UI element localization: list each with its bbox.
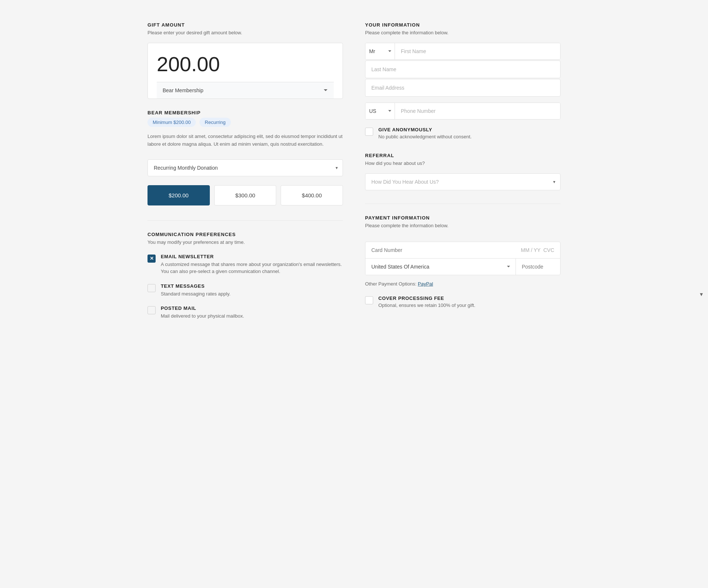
payment-header: PAYMENT INFORMATION Please complete the … xyxy=(365,215,560,236)
payment-header-left: PAYMENT INFORMATION Please complete the … xyxy=(365,215,448,236)
email-newsletter-desc: A customized message that shares more ab… xyxy=(161,261,343,275)
membership-description: Lorem ipsum dolor sit amet, consectetur … xyxy=(148,133,343,148)
anonymous-desc: No public acknowledgment without consent… xyxy=(378,134,472,139)
payment-section: PAYMENT INFORMATION Please complete the … xyxy=(365,215,560,308)
anonymous-title: GIVE ANONYMOUSLY xyxy=(378,127,472,132)
posted-mail-item: POSTED MAIL Mail delivered to your physi… xyxy=(148,305,343,320)
referral-select-wrap: How Did You Hear About Us? Social Media … xyxy=(365,173,560,190)
referral-section: REFERRAL How did you hear about us? How … xyxy=(365,153,560,190)
salutation-select[interactable]: Mr Mrs Ms Dr xyxy=(365,43,395,59)
email-newsletter-item: EMAIL NEWSLETTER A customized message th… xyxy=(148,254,343,275)
posted-mail-checkbox[interactable] xyxy=(148,306,156,314)
cover-fee-checkbox[interactable] xyxy=(365,296,373,304)
comm-prefs-title: COMMUNICATION PREFERENCES xyxy=(148,232,343,237)
amount-buttons: $200.00 $300.00 $400.00 xyxy=(148,185,343,205)
email-row xyxy=(365,79,560,97)
anonymous-content: GIVE ANONYMOUSLY No public acknowledgmen… xyxy=(378,127,472,139)
membership-section: BEAR MEMBERSHIP Minimum $200.00 Recurrin… xyxy=(148,110,343,148)
membership-badges: Minimum $200.00 Recurring xyxy=(148,118,343,127)
text-messages-desc: Standard messaging rates apply. xyxy=(161,290,230,298)
gift-amount-section: GIFT AMOUNT Please enter your desired gi… xyxy=(148,22,343,99)
postcode-input[interactable] xyxy=(516,259,560,275)
country-code-select[interactable]: US UK CA AU xyxy=(365,103,395,119)
recurring-badge: Recurring xyxy=(199,118,230,127)
cover-fee-desc: Optional, ensures we retain 100% of your… xyxy=(378,302,475,308)
referral-subtitle: How did you hear about us? xyxy=(365,160,560,166)
minimum-badge: Minimum $200.00 xyxy=(148,118,196,127)
email-newsletter-content: EMAIL NEWSLETTER A customized message th… xyxy=(161,254,343,275)
posted-mail-label: POSTED MAIL xyxy=(161,305,244,311)
posted-mail-content: POSTED MAIL Mail delivered to your physi… xyxy=(161,305,244,320)
email-newsletter-checkbox[interactable] xyxy=(148,255,156,263)
card-expiry-cvc: MM / YY CVC xyxy=(521,247,554,253)
amount-box: 200.00 Bear Membership Silver Membership… xyxy=(148,43,343,99)
comm-prefs-subtitle: You may modify your preferences at any t… xyxy=(148,239,343,245)
amount-button-400[interactable]: $400.00 xyxy=(281,185,343,205)
membership-title: BEAR MEMBERSHIP xyxy=(148,110,343,115)
other-payment: Other Payment Options: PayPal xyxy=(365,281,560,287)
cover-fee-row: COVER PROCESSING FEE Optional, ensures w… xyxy=(365,295,560,308)
payment-card: MM / YY CVC United States Of America Can… xyxy=(365,242,560,275)
text-messages-item: TEXT MESSAGES Standard messaging rates a… xyxy=(148,283,343,298)
payment-chevron-icon: ▾ xyxy=(700,291,703,298)
amount-display: 200.00 xyxy=(157,52,334,76)
payment-subtitle: Please complete the information below. xyxy=(365,223,448,228)
amount-button-300[interactable]: $300.00 xyxy=(214,185,277,205)
first-name-input[interactable] xyxy=(395,43,560,59)
card-bottom-row: United States Of America Canada United K… xyxy=(365,259,560,275)
anonymous-row: GIVE ANONYMOUSLY No public acknowledgmen… xyxy=(365,127,560,139)
email-newsletter-label: EMAIL NEWSLETTER xyxy=(161,254,343,259)
text-messages-label: TEXT MESSAGES xyxy=(161,283,230,289)
last-name-input[interactable] xyxy=(371,66,554,72)
gift-amount-subtitle: Please enter your desired gift amount be… xyxy=(148,30,343,35)
comm-prefs-section: COMMUNICATION PREFERENCES You may modify… xyxy=(148,232,343,320)
gift-amount-title: GIFT AMOUNT xyxy=(148,22,343,28)
text-messages-checkbox[interactable] xyxy=(148,284,156,292)
your-info-title: YOUR INFORMATION xyxy=(365,22,560,28)
your-info-subtitle: Please complete the information below. xyxy=(365,30,560,35)
phone-input[interactable] xyxy=(395,103,560,119)
referral-select[interactable]: How Did You Hear About Us? Social Media … xyxy=(365,173,560,190)
card-number-input[interactable] xyxy=(371,247,521,253)
cover-fee-content: COVER PROCESSING FEE Optional, ensures w… xyxy=(378,295,475,308)
billing-country-select[interactable]: United States Of America Canada United K… xyxy=(365,259,516,275)
card-top-row: MM / YY CVC xyxy=(365,242,560,259)
payment-title: PAYMENT INFORMATION xyxy=(365,215,448,221)
recurring-dropdown-wrap: Recurring Monthly Donation One-Time Dona… xyxy=(148,159,343,176)
amount-button-200[interactable]: $200.00 xyxy=(148,185,210,205)
phone-row: US UK CA AU xyxy=(365,103,560,120)
email-input[interactable] xyxy=(371,85,554,91)
name-row: Mr Mrs Ms Dr xyxy=(365,43,560,60)
referral-title: REFERRAL xyxy=(365,153,560,158)
text-messages-content: TEXT MESSAGES Standard messaging rates a… xyxy=(161,283,230,298)
anonymous-checkbox[interactable] xyxy=(365,128,373,136)
last-name-row xyxy=(365,60,560,78)
posted-mail-desc: Mail delivered to your physical mailbox. xyxy=(161,312,244,320)
membership-select[interactable]: Bear Membership Silver Membership Gold M… xyxy=(157,82,334,98)
cover-fee-title: COVER PROCESSING FEE xyxy=(378,295,475,301)
recurring-select[interactable]: Recurring Monthly Donation One-Time Dona… xyxy=(148,159,343,176)
your-info-section: YOUR INFORMATION Please complete the inf… xyxy=(365,22,560,139)
paypal-link[interactable]: PayPal xyxy=(418,281,433,287)
